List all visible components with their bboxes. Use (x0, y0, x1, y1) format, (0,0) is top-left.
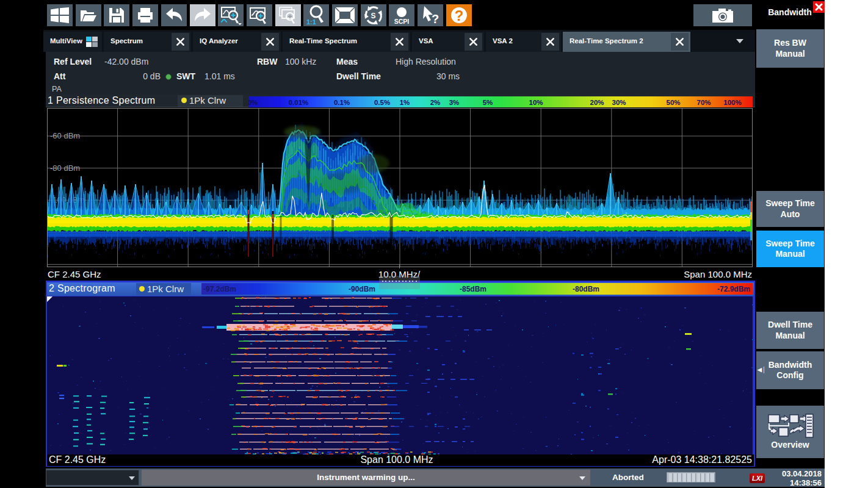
svg-text:100%: 100% (723, 99, 741, 106)
svg-text:-97.2dBm: -97.2dBm (203, 285, 236, 293)
svg-text:-80 dBm: -80 dBm (50, 163, 80, 173)
svg-text:0%: 0% (248, 99, 258, 106)
svg-text:1:1: 1:1 (306, 18, 316, 26)
svg-text:SCPI: SCPI (394, 18, 410, 25)
svg-text:-80dBm: -80dBm (573, 285, 599, 293)
svg-text:?: ? (455, 7, 464, 24)
svg-text:70%: 70% (696, 99, 711, 106)
svg-text:0.5%: 0.5% (374, 99, 390, 106)
svg-text:3%: 3% (449, 99, 460, 106)
svg-text:2%: 2% (430, 99, 441, 106)
svg-text:10%: 10% (529, 99, 543, 106)
svg-text:1%: 1% (400, 99, 410, 106)
svg-text:-60 dBm: -60 dBm (50, 131, 80, 140)
svg-text:50%: 50% (666, 99, 680, 106)
svg-text:30%: 30% (612, 99, 626, 106)
svg-text:0.01%: 0.01% (289, 99, 309, 106)
svg-text:0.1%: 0.1% (334, 99, 350, 106)
svg-text:?: ? (432, 12, 439, 25)
svg-text:-90dBm: -90dBm (349, 285, 375, 293)
svg-text:S: S (371, 12, 376, 20)
svg-text:20%: 20% (590, 99, 604, 106)
svg-text:5%: 5% (483, 99, 493, 106)
svg-text:-72.9dBm: -72.9dBm (717, 285, 750, 293)
svg-text:-85dBm: -85dBm (460, 285, 486, 293)
